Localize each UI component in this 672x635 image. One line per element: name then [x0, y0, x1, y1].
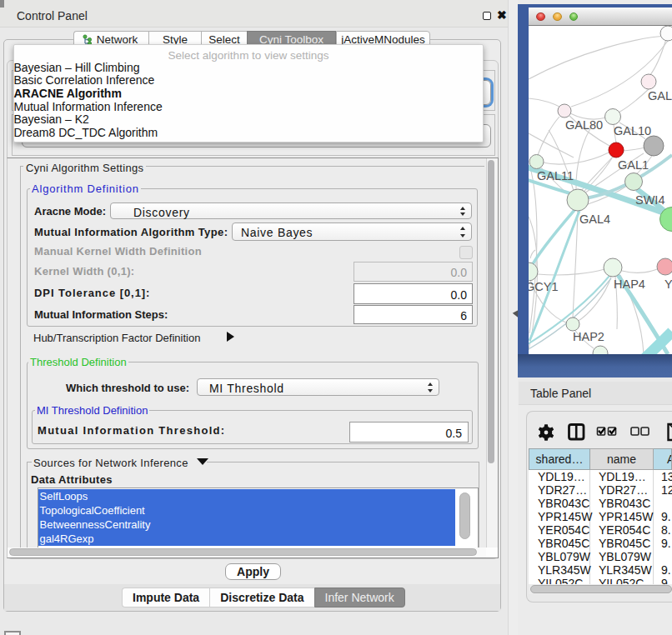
svg-text:HAP4: HAP4	[614, 278, 645, 291]
svg-text:Y: Y	[664, 278, 672, 291]
svg-text:GAL1: GAL1	[618, 158, 649, 172]
svg-text:GAL10: GAL10	[614, 124, 651, 138]
svg-text:GAL: GAL	[648, 89, 672, 102]
svg-text:GCY1: GCY1	[529, 280, 559, 293]
svg-text:GAL80: GAL80	[565, 118, 603, 132]
svg-text:HAP2: HAP2	[573, 330, 604, 343]
svg-text:GAL4: GAL4	[579, 212, 610, 226]
svg-text:GAL11: GAL11	[537, 169, 574, 182]
svg-text:SWI4: SWI4	[635, 193, 664, 207]
